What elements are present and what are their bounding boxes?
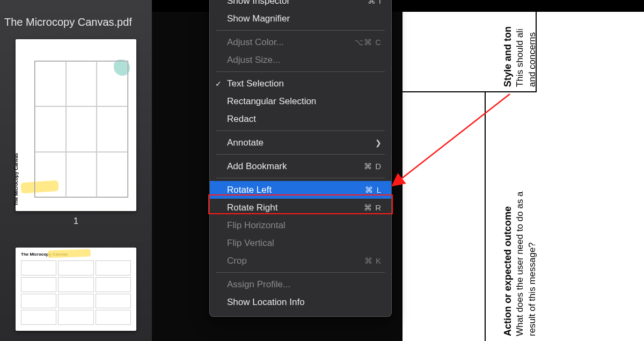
section-heading: Style and ton [502, 12, 514, 87]
menu-show-location-info[interactable]: Show Location Info [210, 293, 391, 311]
section-text: result of this message? [526, 154, 539, 336]
context-menu: Show Inspector ⌘ I Show Magnifier Adjust… [209, 0, 392, 317]
menu-adjust-size: Adjust Size... [210, 51, 391, 69]
menu-separator [216, 30, 385, 31]
menu-redact[interactable]: Redact [210, 110, 391, 128]
page-number-label: 1 [0, 216, 152, 226]
menu-label: Rotate Left [227, 185, 365, 195]
checkmark-icon: ✓ [215, 79, 222, 88]
section-text: and concerns [526, 12, 539, 87]
document-title: The Microcopy Canvas.pdf [0, 16, 152, 28]
page-thumbnail-1[interactable]: The Microcopy Canvas [16, 39, 136, 211]
menu-shortcut: ⌘ K [364, 256, 382, 266]
chevron-right-icon: ❯ [375, 139, 382, 147]
menu-label: Adjust Color... [227, 37, 354, 48]
menu-label: Flip Vertical [227, 238, 382, 249]
style-tone-block: Style and ton This should ali and concer… [502, 12, 538, 87]
menu-assign-profile: Assign Profile... [210, 275, 391, 293]
menu-shortcut: ⌘ L [365, 185, 382, 195]
menu-separator [216, 178, 385, 178]
menu-flip-horizontal: Flip Horizontal [210, 216, 391, 234]
menu-shortcut: ⌘ R [364, 203, 382, 213]
menu-separator [216, 130, 385, 131]
menu-separator [216, 71, 385, 72]
menu-label: Rotate Right [227, 202, 364, 213]
menu-label: Add Bookmark [227, 161, 364, 172]
menu-label: Show Inspector [227, 0, 368, 6]
thumb-title: The Microcopy Canvas [13, 153, 19, 206]
menu-label: Redact [227, 114, 382, 125]
menu-label: Flip Horizontal [227, 220, 382, 231]
menu-crop: Crop ⌘ K [210, 252, 391, 270]
section-heading: Action or expected outcome [502, 154, 514, 336]
menu-shortcut: ⌘ D [364, 162, 382, 171]
menu-shortcut: ⌘ I [368, 0, 382, 6]
sidebar: The Microcopy Canvas.pdf The Microcopy C… [0, 0, 152, 341]
section-text: What does the user need to do as a [514, 154, 526, 336]
menu-separator [216, 272, 385, 273]
menu-rectangular-selection[interactable]: Rectangular Selection [210, 92, 391, 110]
menu-text-selection[interactable]: ✓ Text Selection [210, 75, 391, 92]
highlight-swatch [48, 249, 91, 258]
menu-label: Annotate [227, 137, 375, 148]
menu-label: Show Location Info [227, 297, 382, 308]
menu-label: Show Magnifier [227, 13, 382, 24]
menu-rotate-left[interactable]: Rotate Left ⌘ L [210, 181, 391, 199]
menu-annotate[interactable]: Annotate ❯ [210, 134, 391, 151]
doc-left-cell [402, 92, 486, 341]
menu-label: Assign Profile... [227, 279, 382, 290]
menu-add-bookmark[interactable]: Add Bookmark ⌘ D [210, 157, 391, 175]
section-text: This should ali [514, 12, 526, 87]
page-thumbnail-2[interactable]: The Microcopy Canvas [16, 248, 136, 331]
menu-show-inspector[interactable]: Show Inspector ⌘ I [210, 0, 391, 10]
canvas-grid [34, 61, 128, 198]
menu-flip-vertical: Flip Vertical [210, 234, 391, 252]
menu-separator [216, 154, 385, 155]
menu-label: Crop [227, 256, 364, 266]
menu-label: Text Selection [227, 78, 382, 89]
menu-shortcut: ⌥⌘ C [354, 38, 382, 47]
menu-label: Adjust Size... [227, 55, 382, 66]
menu-adjust-color: Adjust Color... ⌥⌘ C [210, 33, 391, 51]
menu-show-magnifier[interactable]: Show Magnifier [210, 10, 391, 27]
menu-label: Rectangular Selection [227, 96, 382, 107]
canvas-grid [21, 260, 131, 325]
menu-rotate-right[interactable]: Rotate Right ⌘ R [210, 199, 391, 216]
document-page[interactable]: Style and ton This should ali and concer… [401, 12, 644, 341]
action-outcome-block: Action or expected outcome What does the… [502, 154, 538, 336]
